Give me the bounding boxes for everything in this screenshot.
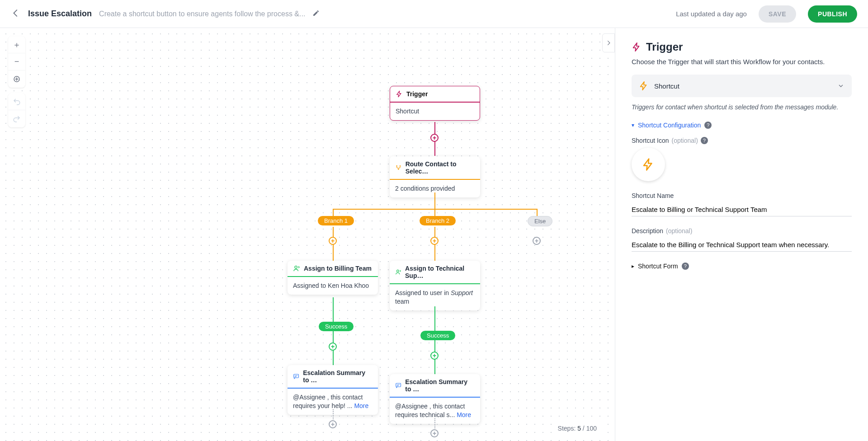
node-msg1-title: Escalation Summary to … — [303, 369, 373, 384]
bolt-icon — [639, 81, 649, 91]
help-icon[interactable]: ? — [704, 122, 712, 129]
shortcut-icon-picker[interactable] — [632, 148, 665, 181]
success-2-label: Success — [420, 331, 455, 340]
node-escalation-msg-1[interactable]: Escalation Summary to … @Assignee , this… — [288, 365, 378, 415]
add-after-msg-2[interactable]: + — [430, 429, 439, 437]
add-after-assign-1[interactable]: + — [329, 342, 337, 351]
trigger-type-label: Shortcut — [654, 82, 832, 90]
add-branch-2[interactable]: + — [430, 237, 439, 245]
edit-title-button[interactable] — [312, 9, 320, 19]
trigger-type-selector[interactable]: Shortcut — [632, 75, 852, 97]
node-trigger[interactable]: Trigger Shortcut — [390, 86, 480, 121]
add-branch-1[interactable]: + — [329, 237, 337, 245]
node-route-title: Route Contact to Selec… — [406, 160, 475, 175]
node-route[interactable]: Route Contact to Selec… 2 conditions pro… — [390, 156, 480, 197]
node-msg2-more[interactable]: More — [457, 411, 471, 418]
node-msg1-body: @Assignee , this contact requires your h… — [293, 394, 363, 409]
success-1-label: Success — [319, 322, 354, 331]
trigger-type-hint: Triggers for contact when shortcut is se… — [632, 103, 852, 111]
node-msg1-more[interactable]: More — [354, 402, 368, 409]
branch-1-label[interactable]: Branch 1 — [318, 216, 354, 225]
shortcut-icon-label: Shortcut Icon (optional) ? — [632, 137, 852, 144]
add-branch-else[interactable]: + — [533, 237, 541, 245]
page-title: Issue Escalation — [28, 9, 92, 19]
node-trigger-title: Trigger — [406, 90, 428, 98]
chevron-down-icon: ▾ — [632, 122, 634, 128]
node-assign-billing-title: Assign to Billing Team — [304, 265, 372, 272]
shortcut-desc-input[interactable] — [632, 238, 852, 252]
node-assign-billing[interactable]: Assign to Billing Team Assigned to Ken H… — [288, 261, 378, 295]
branch-else-label[interactable]: Else — [528, 216, 552, 226]
node-escalation-msg-2[interactable]: Escalation Summary to … @Assignee , this… — [390, 374, 480, 424]
node-assign-billing-body: Assigned to Ken Hoa Khoo — [288, 277, 378, 295]
save-button[interactable]: SAVE — [759, 5, 796, 23]
publish-button[interactable]: PUBLISH — [808, 5, 857, 23]
shortcut-name-label: Shortcut Name — [632, 192, 852, 199]
chevron-right-icon: ▸ — [632, 263, 634, 269]
help-icon[interactable]: ? — [701, 137, 708, 144]
workflow-canvas[interactable]: ＋ − Trigger Shortcut — [0, 28, 615, 441]
node-msg2-body: @Assignee , this contact requires techni… — [395, 403, 465, 418]
help-icon[interactable]: ? — [682, 263, 689, 270]
node-assign-technical-title: Assign to Technical Sup… — [405, 265, 475, 279]
add-after-trigger[interactable]: + — [430, 134, 439, 142]
bolt-icon — [642, 158, 655, 171]
branch-2-label[interactable]: Branch 2 — [420, 216, 456, 225]
add-after-msg-1[interactable]: + — [329, 420, 337, 428]
shortcut-name-input[interactable] — [632, 203, 852, 216]
steps-counter: Steps: 5 / 100 — [553, 422, 601, 435]
node-trigger-body: Shortcut — [390, 103, 480, 120]
trigger-panel: Trigger Choose the Trigger that will sta… — [615, 28, 868, 441]
add-after-assign-2[interactable]: + — [430, 352, 439, 360]
node-msg2-title: Escalation Summary to … — [405, 378, 475, 393]
panel-description: Choose the Trigger that will start this … — [632, 58, 852, 66]
chevron-down-icon — [837, 82, 844, 89]
node-assign-technical[interactable]: Assign to Technical Sup… Assigned to use… — [390, 261, 480, 310]
section-shortcut-config[interactable]: ▾ Shortcut Configuration ? — [632, 122, 852, 129]
page-subtitle: Create a shortcut button to ensure agent… — [99, 10, 305, 18]
panel-heading: Trigger — [646, 41, 683, 53]
back-arrow[interactable] — [11, 8, 21, 20]
last-updated: Last updated a day ago — [676, 10, 747, 18]
section-shortcut-form[interactable]: ▸ Shortcut Form ? — [632, 263, 852, 270]
shortcut-desc-label: Description (optional) — [632, 227, 852, 235]
